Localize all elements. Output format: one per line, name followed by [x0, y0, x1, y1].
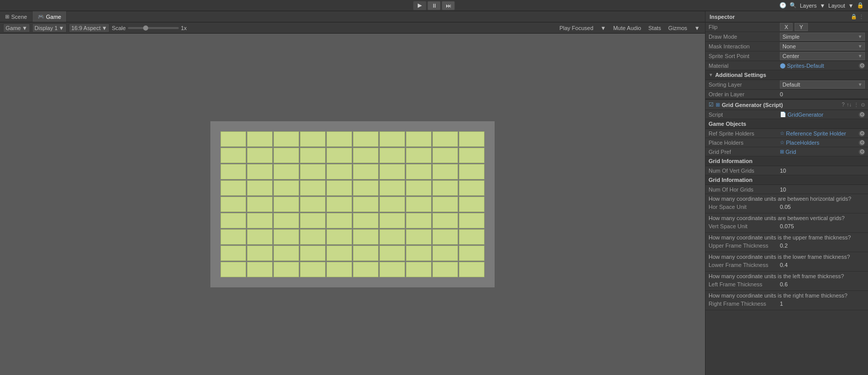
gizmos-arrow[interactable]: ▼ [692, 25, 702, 31]
layout-dropdown-icon[interactable]: ▼ [848, 3, 854, 9]
sorting-layer-dropdown[interactable]: Default ▼ [780, 81, 865, 89]
layers-dropdown-icon[interactable]: ▼ [820, 3, 825, 9]
grid-cell [247, 229, 273, 245]
scale-thumb[interactable] [143, 25, 148, 31]
ref-sprite-picker[interactable]: ⊙ [859, 130, 865, 137]
sorting-layer-arrow: ▼ [858, 82, 862, 87]
mask-interaction-arrow: ▼ [858, 44, 862, 49]
grid-cell [221, 180, 246, 196]
inspector-panel: Inspector 🔒 ⋮ Flip X Y Draw Mode Simple [705, 11, 868, 375]
pause-button[interactable]: ⏸ [427, 1, 441, 10]
grid-cell [432, 213, 458, 228]
gizmos-button[interactable]: Gizmos [666, 25, 689, 31]
grid-cell [459, 229, 484, 245]
upper-frame-row: Upper Frame Thickness 0.2 [709, 241, 865, 250]
grid-pref-label: Grid Pref [709, 149, 780, 155]
num-vert-grids-row: Num Of Vert Grids 10 [706, 166, 868, 175]
layers-button[interactable]: Layers [800, 3, 817, 9]
material-icon: ⬤ [780, 63, 785, 68]
game-viewport: ⊞ Scene 🎮 Game Game ▼ Display 1 ▼ 16:9 A… [0, 11, 705, 375]
grid-cell [379, 229, 405, 245]
grid-cell [274, 180, 299, 196]
place-holders-picker[interactable]: ⊙ [859, 140, 865, 146]
component-menu-icon[interactable]: ⋮ [854, 102, 859, 108]
step-button[interactable]: ⏭ [442, 1, 455, 10]
grid-cell [353, 131, 378, 147]
component-question-icon[interactable]: ? [842, 102, 845, 108]
grid-inner [221, 131, 484, 277]
grid-cell [300, 180, 326, 196]
upper-frame-label: Upper Frame Thickness [709, 243, 780, 249]
scale-track[interactable] [128, 27, 179, 29]
additional-settings-label: Additional Settings [715, 72, 766, 78]
script-value: GridGenerator [788, 112, 823, 118]
order-in-layer-label: Order in Layer [709, 91, 780, 97]
grid-cell [432, 148, 458, 163]
flip-y-button[interactable]: Y [795, 23, 807, 31]
display-select[interactable]: Game ▼ [3, 23, 30, 33]
grid-pref-icon: ⊞ [780, 149, 784, 154]
grid-pref-picker[interactable]: ⊙ [859, 149, 865, 155]
inspector-lock-icon[interactable]: 🔒 [851, 14, 857, 19]
grid-cell [300, 164, 326, 179]
place-holders-label: Place Holders [709, 140, 780, 146]
grid-cell [327, 229, 352, 245]
script-label: Script [709, 112, 780, 118]
mask-interaction-dropdown[interactable]: None ▼ [780, 42, 865, 50]
right-frame-label: Right Frame Thickness [709, 301, 780, 307]
place-holders-icon: ☆ [780, 140, 784, 145]
right-frame-row: Right Frame Thickness 1 [709, 299, 865, 308]
grid-cell [247, 213, 273, 228]
search-icon[interactable]: 🔍 [790, 2, 797, 9]
vert-space-question: How many coordinate units are between ve… [709, 215, 865, 221]
component-circle-icon[interactable]: ⊙ [861, 102, 865, 108]
material-picker-icon[interactable]: ⊙ [859, 63, 865, 69]
display-label: Game [6, 25, 21, 31]
script-picker-icon[interactable]: ⊙ [859, 112, 865, 118]
component-arrow-icon[interactable]: ↑↓ [847, 102, 852, 108]
grid-cell [459, 164, 484, 179]
sprite-sort-point-dropdown[interactable]: Center ▼ [780, 52, 865, 60]
history-icon[interactable]: 🕐 [779, 2, 786, 9]
upper-frame-value: 0.2 [780, 243, 788, 249]
lock-icon[interactable]: 🔒 [857, 2, 864, 9]
grid-cell [327, 131, 352, 147]
grid-cell [406, 180, 431, 196]
flip-x-button[interactable]: X [780, 23, 793, 31]
component-icons: ? ↑↓ ⋮ ⊙ [842, 102, 865, 108]
play-focused-button[interactable]: Play Focused [557, 25, 595, 31]
ref-sprite-holders-row: Ref Sprite Holders ☆ Reference Sprite Ho… [706, 129, 868, 138]
grid-cell [327, 262, 352, 277]
grid-cell [353, 229, 378, 245]
stats-button[interactable]: Stats [646, 25, 663, 31]
game-objects-section: Game Objects [706, 119, 868, 129]
tab-scene[interactable]: ⊞ Scene [0, 11, 33, 22]
inspector-menu-icon[interactable]: ⋮ [859, 14, 864, 19]
play-button[interactable]: ▶ [413, 1, 426, 10]
lower-frame-question-row: How many coordinate units is the lower f… [706, 252, 868, 272]
draw-mode-dropdown[interactable]: Simple ▼ [780, 33, 865, 41]
play-focused-arrow[interactable]: ▼ [599, 25, 608, 31]
additional-settings-section[interactable]: ▼ Additional Settings [706, 70, 868, 80]
flip-row: Flip X Y [706, 22, 868, 32]
grid-cell [406, 213, 431, 228]
inspector-body: Flip X Y Draw Mode Simple ▼ Mask Interac… [706, 22, 868, 375]
aspect-arrow: ▼ [102, 25, 107, 31]
hor-space-row: Hor Space Unit 0.05 [709, 202, 865, 211]
game-objects-label: Game Objects [709, 121, 746, 127]
aspect-select[interactable]: 16:9 Aspect ▼ [69, 23, 110, 33]
tab-game[interactable]: 🎮 Game [33, 11, 67, 22]
grid-cell [327, 246, 352, 261]
grid-cell [432, 180, 458, 196]
layout-button[interactable]: Layout [828, 3, 845, 9]
draw-mode-arrow: ▼ [858, 34, 862, 39]
grid-cell [406, 246, 431, 261]
mute-audio-button[interactable]: Mute Audio [611, 25, 643, 31]
num-vert-grids-label: Num Of Vert Grids [709, 168, 780, 174]
grid-cell [274, 164, 299, 179]
tab-scene-label: Scene [11, 14, 27, 20]
component-checkbox[interactable]: ☑ [709, 101, 714, 108]
grid-cell [300, 148, 326, 163]
display-num-select[interactable]: Display 1 ▼ [32, 23, 67, 33]
right-frame-value: 1 [780, 301, 783, 307]
